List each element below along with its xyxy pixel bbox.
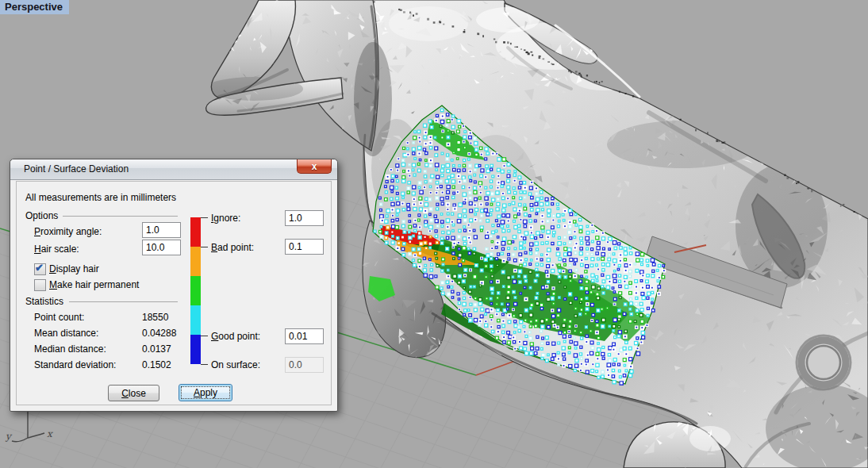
application-window: yx Perspective Point / Surface Deviation… — [0, 0, 868, 468]
close-button[interactable]: Close — [108, 385, 159, 401]
viewport-title[interactable]: Perspective — [0, 0, 69, 14]
mean-distance-value: 0.04288 — [142, 328, 176, 339]
make-hair-permanent-checkbox[interactable] — [34, 279, 46, 291]
scale-tick — [201, 247, 208, 247]
dialog-titlebar[interactable]: Point / Surface Deviation — [10, 159, 337, 180]
ignore-label: Ignore: — [211, 213, 240, 224]
point-count-label: Point count: — [34, 312, 84, 323]
options-group-label: Options — [25, 210, 58, 221]
scale-tick — [201, 217, 208, 218]
mean-distance-label: Mean distance: — [34, 328, 98, 339]
units-note: All measurements are in millimeters — [25, 192, 176, 203]
standard-deviation-label: Standard deviation: — [34, 359, 116, 370]
median-distance-label: Median distance: — [34, 343, 106, 355]
scale-tick — [201, 364, 208, 365]
hair-scale-input[interactable] — [142, 240, 181, 255]
dialog-title: Point / Surface Deviation — [24, 163, 129, 175]
proximity-angle-input[interactable] — [142, 222, 181, 238]
good-point-label: Good point: — [211, 331, 260, 342]
make-hair-permanent-label: Make hair permanent — [49, 279, 139, 290]
bad-point-input[interactable] — [285, 239, 324, 255]
bad-point-label: Bad point: — [211, 242, 254, 253]
point-count-value: 18550 — [142, 312, 168, 323]
display-hair-checkbox[interactable] — [34, 263, 46, 275]
deviation-color-scale — [190, 217, 201, 364]
close-icon[interactable]: x — [297, 159, 332, 174]
ignore-input[interactable] — [285, 210, 324, 226]
on-surface-input[interactable] — [285, 357, 324, 373]
standard-deviation-value: 0.1502 — [142, 359, 171, 370]
good-point-input[interactable] — [285, 328, 324, 344]
statistics-group-label: Statistics — [25, 296, 63, 307]
options-group-separator — [63, 216, 178, 217]
on-surface-label: On surface: — [211, 359, 260, 370]
scale-tick — [201, 336, 208, 336]
proximity-angle-label: Proximity angle: — [34, 226, 102, 237]
apply-button[interactable]: Apply — [179, 384, 232, 401]
display-hair-label: Display hair — [49, 263, 99, 274]
hair-scale-label: Hair scale: — [34, 244, 79, 255]
statistics-group-separator — [69, 301, 178, 302]
median-distance-value: 0.0137 — [142, 343, 171, 355]
point-surface-deviation-dialog: Point / Surface Deviation x All measurem… — [10, 159, 338, 412]
